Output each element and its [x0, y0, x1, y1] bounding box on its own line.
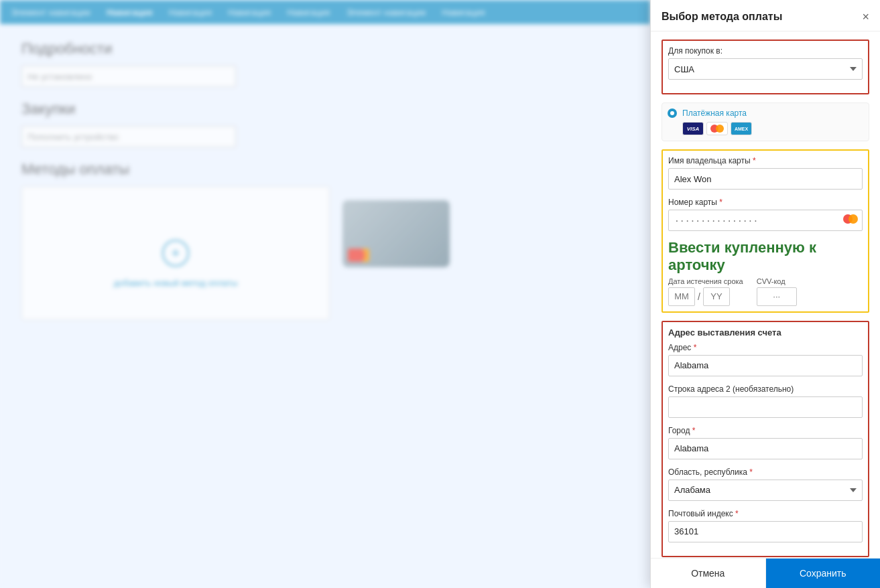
- billing-title: Адрес выставления счета: [668, 327, 863, 338]
- card-icons-row: VISA AMEX: [682, 122, 863, 135]
- address-form-group: Адрес *: [668, 343, 863, 376]
- city-label: Город *: [668, 426, 863, 435]
- expiry-label: Дата истечения срока: [668, 277, 743, 285]
- country-section: Для покупок в: США Россия Германия: [662, 40, 869, 94]
- expiry-inputs: /: [668, 287, 743, 306]
- svg-point-1: [848, 214, 858, 224]
- nav-item-1[interactable]: Элемент навигации: [11, 7, 90, 17]
- close-icon[interactable]: ×: [862, 11, 869, 23]
- bg-card-thumbnail: [342, 200, 450, 267]
- address2-label: Строка адреса 2 (необязательно): [668, 384, 863, 394]
- city-form-group: Город *: [668, 426, 863, 459]
- country-select[interactable]: США Россия Германия: [668, 58, 863, 80]
- cvv-group: CVV-код: [757, 277, 797, 306]
- payment-method-modal: Выбор метода оплаты × Для покупок в: США…: [650, 0, 880, 588]
- nav-item-6[interactable]: Элемент навигации: [346, 7, 426, 17]
- card-number-form-group: Номер карты *: [668, 198, 863, 231]
- bg-field-2: Пополнить устройство: [21, 126, 236, 147]
- amex-icon: AMEX: [731, 122, 752, 135]
- bg-section-2: Закупки: [21, 100, 629, 118]
- payment-method-section: Платёжная карта VISA AMEX: [662, 102, 869, 141]
- card-input-section: Имя владельца карты * Номер карты *: [662, 149, 869, 313]
- expiry-group: Дата истечения срока /: [668, 277, 743, 306]
- state-select[interactable]: Алабама Аляска Аризона: [668, 480, 863, 501]
- state-label: Область, республика *: [668, 467, 863, 477]
- cardholder-form-group: Имя владельца карты *: [668, 156, 863, 190]
- bg-card-logo: [348, 248, 369, 262]
- zip-form-group: Почтовый индекс *: [668, 509, 863, 542]
- bg-payment-block: + добавить новый метод оплаты: [21, 186, 330, 320]
- modal-header: Выбор метода оплаты ×: [651, 0, 880, 31]
- card-number-input[interactable]: [668, 210, 863, 231]
- country-form-group: Для покупок в: США Россия Германия: [668, 46, 863, 80]
- modal-footer: Отмена Сохранить: [651, 558, 880, 588]
- expiry-separator: /: [698, 291, 700, 302]
- bg-section-1: Подробности: [21, 40, 629, 58]
- card-number-row: [668, 210, 863, 231]
- cvv-input[interactable]: [757, 287, 797, 306]
- bg-add-payment-icon: +: [162, 240, 189, 267]
- mastercard-icon: [706, 122, 728, 135]
- radio-dot-card[interactable]: [668, 108, 677, 118]
- expiry-month-input[interactable]: [668, 287, 695, 306]
- green-annotation-text: Ввести купленную к арточку: [668, 239, 863, 275]
- expiry-year-input[interactable]: [703, 287, 730, 306]
- zip-label: Почтовый индекс *: [668, 509, 863, 518]
- bg-section-3: Методы оплаты: [21, 161, 629, 178]
- nav-item-5[interactable]: Навигация: [287, 7, 330, 17]
- country-label: Для покупок в:: [668, 46, 863, 56]
- bg-field-1: Не установлено: [21, 66, 236, 87]
- address-label: Адрес *: [668, 343, 863, 352]
- cancel-button[interactable]: Отмена: [651, 559, 766, 588]
- save-button[interactable]: Сохранить: [766, 559, 881, 588]
- modal-title: Выбор метода оплаты: [662, 11, 782, 23]
- address2-input[interactable]: [668, 396, 863, 418]
- cardholder-label: Имя владельца карты *: [668, 156, 863, 165]
- card-number-label: Номер карты *: [668, 198, 863, 207]
- modal-body: Для покупок в: США Россия Германия Платё…: [651, 31, 880, 558]
- nav-item-4[interactable]: Навигация: [228, 7, 271, 17]
- zip-input[interactable]: [668, 521, 863, 542]
- cvv-label: CVV-код: [757, 277, 797, 285]
- address-input[interactable]: [668, 355, 863, 376]
- address2-form-group: Строка адреса 2 (необязательно): [668, 384, 863, 418]
- nav-item-7[interactable]: Навигация: [442, 7, 485, 17]
- bg-add-link: добавить новый метод оплаты: [33, 278, 318, 288]
- nav-item-2[interactable]: Навигация: [107, 7, 153, 17]
- expiry-cvv-row: Дата истечения срока / CVV-код: [668, 277, 863, 306]
- nav-item-3[interactable]: Навигация: [169, 7, 212, 17]
- state-form-group: Область, республика * Алабама Аляска Ари…: [668, 467, 863, 501]
- city-input[interactable]: [668, 438, 863, 459]
- billing-section: Адрес выставления счета Адрес * Строка а…: [662, 321, 869, 557]
- visa-icon: VISA: [682, 122, 704, 135]
- mc-badge-icon: [842, 214, 859, 224]
- payment-method-label: Платёжная карта: [682, 108, 747, 118]
- cardholder-input[interactable]: [668, 168, 863, 190]
- payment-radio-row: Платёжная карта: [668, 108, 863, 118]
